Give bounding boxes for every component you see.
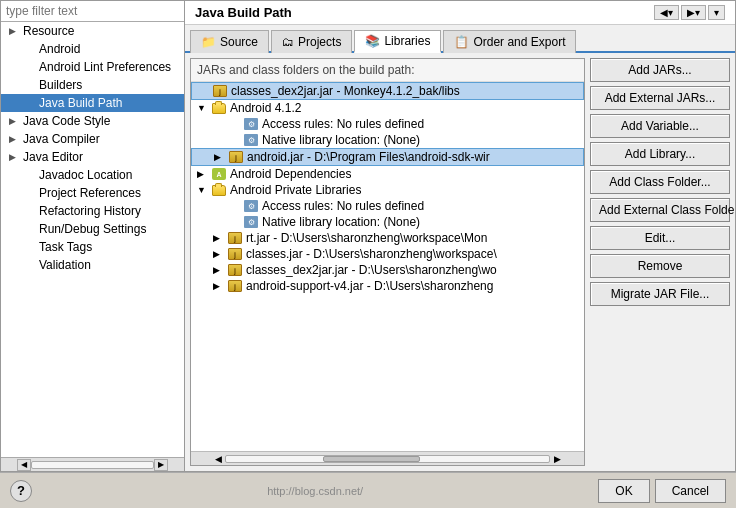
tree-arrow-icon: ▶	[9, 26, 21, 36]
jar-item-label: classes_dex2jar.jar - Monkey4.1.2_bak/li…	[231, 84, 460, 98]
jar-item-classes-jar[interactable]: ▶jclasses.jar - D:\Users\sharonzheng\wor…	[191, 246, 584, 262]
settings-icon: ⚙	[244, 200, 258, 212]
help-button[interactable]: ?	[10, 480, 32, 502]
jar-item-android412[interactable]: ▼Android 4.1.2	[191, 100, 584, 116]
tabs-row: 📁Source🗂Projects📚Libraries📋Order and Exp…	[185, 25, 735, 53]
jar-item-access-rules2[interactable]: ⚙Access rules: No rules defined	[191, 198, 584, 214]
sidebar-item-task-tags[interactable]: Task Tags	[1, 238, 184, 256]
jar-item-android-deps[interactable]: ▶AAndroid Dependencies	[191, 166, 584, 182]
settings-icon: ⚙	[244, 216, 258, 228]
tab-order-export[interactable]: 📋Order and Export	[443, 30, 576, 53]
sidebar-item-android-lint[interactable]: Android Lint Preferences	[1, 58, 184, 76]
tab-libraries[interactable]: 📚Libraries	[354, 30, 441, 53]
jar-item-label: classes_dex2jar.jar - D:\Users\sharonzhe…	[246, 263, 497, 277]
nav-forward-button[interactable]: ▶▾	[681, 5, 706, 20]
folder-icon: 📁	[201, 35, 216, 49]
folder-icon	[212, 103, 226, 114]
jar-tree: jclasses_dex2jar.jar - Monkey4.1.2_bak/l…	[191, 82, 584, 451]
jar-item-label: rt.jar - D:\Users\sharonzheng\workspace\…	[246, 231, 487, 245]
add-jars-button[interactable]: Add JARs...	[590, 58, 730, 82]
jar-scrollbar[interactable]	[225, 455, 550, 463]
ok-button[interactable]: OK	[598, 479, 649, 503]
jar-item-rt-jar[interactable]: ▶jrt.jar - D:\Users\sharonzheng\workspac…	[191, 230, 584, 246]
sidebar-item-builders[interactable]: Builders	[1, 76, 184, 94]
sidebar-item-label: Refactoring History	[37, 203, 143, 219]
nav-back-button[interactable]: ◀▾	[654, 5, 679, 20]
migrate-jar-button[interactable]: Migrate JAR File...	[590, 282, 730, 306]
add-variable-button[interactable]: Add Variable...	[590, 114, 730, 138]
watermark: http://blog.csdn.net/	[32, 485, 598, 497]
jar-arrow-icon: ▶	[213, 281, 227, 291]
buttons-panel: Add JARs...Add External JARs...Add Varia…	[585, 53, 735, 471]
sidebar-item-java-code-style[interactable]: ▶Java Code Style	[1, 112, 184, 130]
jar-file-icon: j	[213, 85, 227, 97]
jar-arrow-icon: ▶	[213, 265, 227, 275]
sidebar-tree: ▶ResourceAndroidAndroid Lint Preferences…	[1, 22, 184, 457]
sidebar-item-label: Javadoc Location	[37, 167, 134, 183]
content-area: JARs and class folders on the build path…	[185, 53, 735, 471]
tab-label: Source	[220, 35, 258, 49]
scroll-left-icon[interactable]: ◀	[17, 459, 31, 471]
jar-item-classes-dex2jar[interactable]: jclasses_dex2jar.jar - Monkey4.1.2_bak/l…	[191, 82, 584, 100]
add-external-jars-button[interactable]: Add External JARs...	[590, 86, 730, 110]
sidebar-item-android[interactable]: Android	[1, 40, 184, 58]
jar-item-access-rules[interactable]: ⚙Access rules: No rules defined	[191, 116, 584, 132]
sidebar-hscroll: ◀ ▶	[1, 457, 184, 471]
order-icon: 📋	[454, 35, 469, 49]
jar-item-label: classes.jar - D:\Users\sharonzheng\works…	[246, 247, 497, 261]
scroll-right-icon[interactable]: ▶	[154, 459, 168, 471]
tab-source[interactable]: 📁Source	[190, 30, 269, 53]
tab-label: Libraries	[384, 34, 430, 48]
sidebar-item-label: Builders	[37, 77, 84, 93]
cancel-button[interactable]: Cancel	[655, 479, 726, 503]
settings-icon: ⚙	[244, 118, 258, 130]
sidebar-scrollbar[interactable]	[31, 461, 154, 469]
jar-file-icon: j	[229, 151, 243, 163]
nav-menu-button[interactable]: ▾	[708, 5, 725, 20]
sidebar-item-javadoc-location[interactable]: Javadoc Location	[1, 166, 184, 184]
settings-icon: ⚙	[244, 134, 258, 146]
sidebar-item-java-compiler[interactable]: ▶Java Compiler	[1, 130, 184, 148]
sidebar-item-validation[interactable]: Validation	[1, 256, 184, 274]
sidebar-item-refactoring-history[interactable]: Refactoring History	[1, 202, 184, 220]
sidebar-item-project-references[interactable]: Project References	[1, 184, 184, 202]
sidebar-item-label: Java Compiler	[21, 131, 102, 147]
jar-item-label: Android 4.1.2	[230, 101, 301, 115]
add-external-class-folder-button[interactable]: Add External Class Folder...	[590, 198, 730, 222]
libraries-icon: 📚	[365, 34, 380, 48]
jar-file-icon: j	[228, 264, 242, 276]
right-panel: Java Build Path ◀▾ ▶▾ ▾ 📁Source🗂Projects…	[185, 0, 736, 472]
sidebar-item-label: Project References	[37, 185, 143, 201]
jar-item-classes-dex2jar2[interactable]: ▶jclasses_dex2jar.jar - D:\Users\sharonz…	[191, 262, 584, 278]
jar-item-android-private[interactable]: ▼Android Private Libraries	[191, 182, 584, 198]
jar-arrow-icon: ▶	[197, 169, 211, 179]
jar-arrow-icon: ▶	[213, 249, 227, 259]
sidebar-item-java-editor[interactable]: ▶Java Editor	[1, 148, 184, 166]
tree-panel-label: JARs and class folders on the build path…	[191, 59, 584, 82]
jar-file-icon: j	[228, 248, 242, 260]
jar-item-native-lib2[interactable]: ⚙Native library location: (None)	[191, 214, 584, 230]
bottom-right: OK Cancel	[598, 479, 726, 503]
sidebar-item-run-debug[interactable]: Run/Debug Settings	[1, 220, 184, 238]
jar-item-label: Access rules: No rules defined	[262, 199, 424, 213]
jar-arrow-icon: ▶	[214, 152, 228, 162]
sidebar-item-label: Java Editor	[21, 149, 85, 165]
jar-scroll-left-icon[interactable]: ◀	[211, 454, 225, 464]
filter-input[interactable]: type filter text	[1, 1, 184, 22]
jar-item-native-lib[interactable]: ⚙Native library location: (None)	[191, 132, 584, 148]
sidebar-item-resource[interactable]: ▶Resource	[1, 22, 184, 40]
jar-item-label: android-support-v4.jar - D:\Users\sharon…	[246, 279, 493, 293]
add-class-folder-button[interactable]: Add Class Folder...	[590, 170, 730, 194]
add-library-button[interactable]: Add Library...	[590, 142, 730, 166]
tab-projects[interactable]: 🗂Projects	[271, 30, 352, 53]
jar-scroll-right-icon[interactable]: ▶	[550, 454, 564, 464]
jar-item-android-jar[interactable]: ▶jandroid.jar - D:\Program Files\android…	[191, 148, 584, 166]
sidebar: type filter text ▶ResourceAndroidAndroid…	[0, 0, 185, 472]
bottom-bar: ? http://blog.csdn.net/ OK Cancel	[0, 472, 736, 508]
edit-button[interactable]: Edit...	[590, 226, 730, 250]
jar-item-label: Access rules: No rules defined	[262, 117, 424, 131]
remove-button[interactable]: Remove	[590, 254, 730, 278]
sidebar-item-java-build-path[interactable]: Java Build Path	[1, 94, 184, 112]
jar-item-android-support[interactable]: ▶jandroid-support-v4.jar - D:\Users\shar…	[191, 278, 584, 294]
tree-panel: JARs and class folders on the build path…	[190, 58, 585, 466]
